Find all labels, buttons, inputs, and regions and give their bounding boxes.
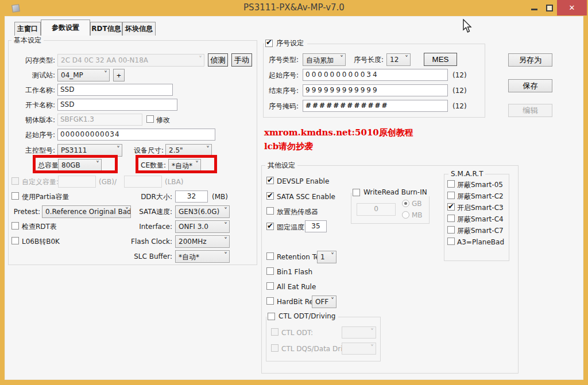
l06b-checkbox[interactable] — [11, 237, 19, 244]
sata-ssc-checkbox[interactable] — [266, 192, 274, 200]
serial-end-input[interactable]: 999999999999 — [303, 84, 448, 96]
tab-badblock-info[interactable]: 坏块信息 — [122, 22, 156, 36]
add-station-button[interactable]: + — [113, 69, 125, 81]
card-name-input[interactable]: SSD — [57, 99, 177, 111]
minimize-icon — [531, 9, 537, 10]
smart-a3-checkbox[interactable] — [447, 238, 455, 245]
interface-select[interactable]: ONFI 3.0 ˅ — [175, 220, 230, 233]
modify-checkbox[interactable] — [146, 115, 154, 123]
burnin-checkbox[interactable] — [353, 189, 360, 196]
chevron-down-icon: ˅ — [125, 207, 129, 215]
window-title: PS3111-PX&Av-MP-v7.0 — [0, 3, 588, 11]
serial-start-count: (12) — [452, 71, 467, 79]
serial-start-input[interactable]: 000000000034 — [303, 69, 448, 81]
ctl-odt-select[interactable]: ˅ — [342, 326, 376, 339]
chevron-down-icon: ˅ — [104, 70, 107, 78]
fixed-temp-checkbox[interactable] — [266, 223, 274, 230]
serial-settings-checkbox[interactable] — [265, 40, 273, 47]
serial-end-label: 结束序号: — [269, 87, 299, 95]
chevron-down-icon: ˅ — [370, 344, 374, 352]
chevron-down-icon: ˅ — [331, 297, 334, 305]
smart-c7-checkbox[interactable] — [447, 226, 455, 234]
work-name-input[interactable]: SSD — [57, 84, 173, 96]
hardbit-retry-select[interactable]: OFF ˅ — [312, 295, 336, 308]
serial-type-select[interactable]: 自动累加 ˅ — [303, 53, 346, 66]
flash-type-select[interactable]: 2C D4 0C 32 AA 00-N18A ˅ — [57, 54, 204, 67]
bin1-flash-checkbox[interactable] — [266, 267, 274, 275]
flash-clock-value: 200MHz — [179, 238, 207, 246]
retention-test-select[interactable]: 1 ˅ — [317, 251, 336, 263]
card-name-label: 开卡名称: — [8, 101, 55, 109]
fixed-temp-label: 固定温度: — [277, 223, 307, 231]
test-station-select[interactable]: 04_MP ˅ — [57, 69, 110, 81]
save-button[interactable]: 保存 — [508, 79, 552, 92]
detect-button[interactable]: 侦测 — [208, 53, 228, 67]
thermal-sensor-label: 放置热传感器 — [277, 208, 318, 216]
all-eat-rule-label: All Eat Rule — [277, 283, 316, 291]
devslp-label: DEVSLP Enable — [277, 177, 329, 185]
burnin-size-input[interactable]: 0 — [357, 203, 396, 216]
chevron-down-icon: ˅ — [224, 251, 227, 259]
mes-button[interactable]: MES — [424, 53, 457, 66]
hardbit-retry-checkbox[interactable] — [266, 297, 274, 305]
retention-test-checkbox[interactable] — [266, 252, 274, 260]
custom-capacity-lba-input[interactable] — [124, 176, 162, 188]
firmware-label: 韧体版本: — [8, 116, 55, 124]
flash-clock-select[interactable]: 200MHz ˅ — [175, 235, 230, 248]
ctl-odt-checkbox[interactable] — [271, 328, 278, 336]
sata-speed-select[interactable]: GEN3(6.0G) ˅ — [175, 205, 230, 218]
use-partia-checkbox[interactable] — [11, 192, 19, 200]
firmware-input[interactable]: SBFGK1.3 — [57, 114, 142, 126]
controller-value: PS3111 — [61, 146, 87, 154]
manual-button[interactable]: 手动 — [231, 53, 252, 67]
tab-main-window[interactable]: 主窗口 — [14, 22, 41, 36]
check-rdt-label: 检查RDT表 — [22, 223, 57, 231]
burnin-gb-radio[interactable] — [402, 200, 409, 207]
slc-buffer-select[interactable]: *自动* ˅ — [175, 250, 230, 263]
tab-rdt-info[interactable]: RDT信息 — [90, 22, 122, 36]
ctl-dqs-select[interactable]: ˅ — [342, 343, 376, 355]
test-station-value: 04_MP — [61, 71, 83, 79]
chevron-down-icon: ˅ — [117, 145, 120, 153]
watermark-line1: xmrom.kmdns.net:5010原创教程 — [264, 127, 413, 138]
fixed-temp-input[interactable]: 35 — [305, 220, 327, 232]
controller-label: 主控型号: — [8, 146, 55, 154]
hardbit-retry-value: OFF — [315, 298, 328, 306]
smart-c3-checkbox[interactable] — [447, 203, 455, 211]
ctl-odt-label: CTL ODT: — [281, 329, 313, 337]
smart-05-checkbox[interactable] — [447, 180, 455, 188]
check-rdt-checkbox[interactable] — [11, 222, 19, 230]
close-button[interactable]: ✕ — [557, 0, 587, 15]
tab-parameter-settings-label: 参数设置 — [52, 23, 79, 33]
smart-c2-checkbox[interactable] — [447, 192, 455, 199]
start-serial-input[interactable]: 000000000034 — [57, 129, 215, 141]
minimize-button[interactable] — [528, 2, 541, 14]
chevron-down-icon: ˅ — [224, 221, 227, 230]
tab-parameter-settings[interactable]: 参数设置 — [41, 20, 90, 36]
mb-suffix-label: (MB) — [212, 193, 228, 201]
tab-badblock-info-label: 坏块信息 — [125, 24, 153, 34]
custom-capacity-gb-input[interactable] — [58, 176, 96, 188]
serial-mask-input[interactable]: ############ — [303, 100, 448, 112]
flash-type-value: 2C D4 0C 32 AA 00-N18A — [61, 56, 148, 64]
ctl-odt-group-checkbox[interactable] — [268, 313, 275, 320]
burnin-gb-label: GB — [412, 200, 422, 208]
smart-05-label: 屏蔽Smart-05 — [457, 181, 503, 189]
all-eat-rule-checkbox[interactable] — [266, 282, 274, 290]
custom-capacity-checkbox[interactable] — [11, 177, 19, 185]
ctl-odt-group-label: CTL ODT/Driving — [278, 312, 335, 320]
pretest-select[interactable]: 0.Reference Original Bad ˅ — [42, 205, 131, 218]
devslp-checkbox[interactable] — [266, 177, 274, 184]
smart-c3-label: 开启Smart-C3 — [457, 204, 504, 212]
burnin-mb-radio[interactable] — [402, 211, 409, 219]
flash-clock-label: Flash Clock: — [129, 238, 172, 246]
smart-c4-checkbox[interactable] — [447, 215, 455, 222]
ctl-dqs-checkbox[interactable] — [271, 344, 278, 352]
serial-length-select[interactable]: 12 ˅ — [386, 53, 411, 66]
save-as-button[interactable]: 另存为 — [508, 53, 552, 67]
thermal-sensor-checkbox[interactable] — [266, 207, 274, 215]
chevron-down-icon: ˅ — [405, 55, 408, 63]
ddr-size-input[interactable]: 32 — [175, 190, 208, 203]
maximize-button[interactable] — [543, 2, 556, 14]
pretest-value: 0.Reference Original Bad — [45, 208, 131, 216]
